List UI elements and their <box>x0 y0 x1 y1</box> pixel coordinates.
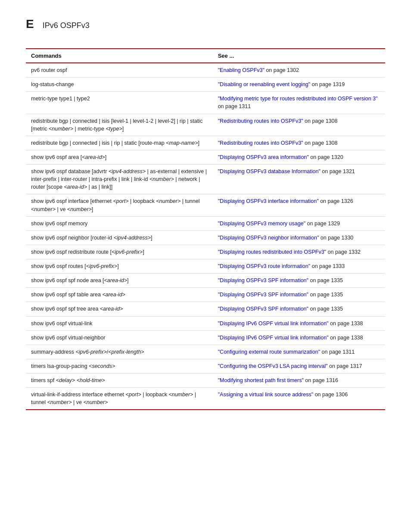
table-row: show ipv6 ospf virtual-neighbor"Displayi… <box>26 330 385 345</box>
see-cell[interactable]: "Displaying IPv6 OSPF virtual link infor… <box>213 330 385 345</box>
command-cell: show ipv6 ospf memory <box>26 216 213 230</box>
see-link[interactable]: "Displaying OSPFv3 memory usage" <box>218 221 305 227</box>
command-cell: show ipv6 ospf spf node area [<area-id>] <box>26 274 213 288</box>
table-row: summary-address <ipv6-prefix>/<prefix-le… <box>26 345 385 359</box>
table-row: show ipv6 ospf spf tree area <area-id>"D… <box>26 302 385 316</box>
see-link[interactable]: "Enabling OSPFv3" <box>218 67 265 73</box>
see-cell[interactable]: "Displaying OSPFv3 SPF information" on p… <box>213 274 385 288</box>
table-row: log-status-change"Disabling or reenablin… <box>26 78 385 92</box>
table-row: pv6 router ospf"Enabling OSPFv3" on page… <box>26 63 385 78</box>
see-link[interactable]: "Displaying OSPFv3 route information" <box>218 263 311 269</box>
command-cell: timers lsa-group-pacing <seconds> <box>26 359 213 373</box>
see-cell[interactable]: "Displaying OSPFv3 database Information"… <box>213 165 385 194</box>
see-link[interactable]: "Displaying OSPFv3 neighbor information" <box>218 235 319 241</box>
see-cell[interactable]: "Displaying OSPFv3 neighbor information"… <box>213 230 385 245</box>
table-row: virtual-link-if-address interface ethern… <box>26 388 385 410</box>
see-cell[interactable]: "Configuring external route summarizatio… <box>213 345 385 359</box>
see-link[interactable]: "Displaying IPv6 OSPF virtual link infor… <box>218 320 329 327</box>
see-link[interactable]: "Redistributing routes into OSPFv3" <box>218 118 303 124</box>
table-row: show ipv6 ospf database [advrtr <ipv4-ad… <box>26 165 385 194</box>
page-letter: E <box>26 17 34 31</box>
table-row: show ipv6 ospf redistribute route [<ipv6… <box>26 245 385 259</box>
see-cell[interactable]: "Displaying OSPFv3 SPF information" on p… <box>213 302 385 316</box>
command-cell: show ipv6 ospf neighbor [router-id <ipv4… <box>26 230 213 245</box>
col-see: See ... <box>213 49 385 63</box>
see-cell[interactable]: "Redistributing routes into OSPFv3" on p… <box>213 114 385 136</box>
see-link[interactable]: "Displaying routes redistributed into OS… <box>218 249 326 255</box>
see-link[interactable]: "Displaying OSPFv3 interface information… <box>218 198 319 204</box>
command-cell: show ipv6 ospf spf tree area <area-id> <box>26 302 213 316</box>
see-cell[interactable]: "Configuring the OSPFv3 LSA pacing inter… <box>213 359 385 373</box>
see-cell[interactable]: "Assigning a virtual link source address… <box>213 388 385 410</box>
see-cell[interactable]: "Displaying routes redistributed into OS… <box>213 245 385 259</box>
command-cell: redistribute bgp | connected | isis | ri… <box>26 136 213 150</box>
command-cell: show ipv6 ospf virtual-link <box>26 316 213 330</box>
col-commands: Commands <box>26 49 213 63</box>
table-row: metric-type type1 | type2"Modifying metr… <box>26 92 385 114</box>
see-link[interactable]: "Displaying OSPFv3 SPF information" <box>218 277 308 283</box>
command-cell: show ipv6 ospf interface [ethernet <port… <box>26 194 213 216</box>
see-link[interactable]: "Assigning a virtual link source address… <box>218 392 313 398</box>
see-link[interactable]: "Configuring external route summarizatio… <box>218 349 320 355</box>
table-row: timers spf <delay> <hold-time>"Modifying… <box>26 373 385 388</box>
command-cell: show ipv6 ospf spf table area <area-id> <box>26 288 213 302</box>
commands-table: Commands See ... pv6 router ospf"Enablin… <box>26 48 385 410</box>
see-cell[interactable]: "Displaying OSPFv3 SPF information" on p… <box>213 288 385 302</box>
table-row: show ipv6 ospf memory"Displaying OSPFv3 … <box>26 216 385 230</box>
page-header: E IPv6 OSPFv3 <box>26 17 385 31</box>
command-cell: virtual-link-if-address interface ethern… <box>26 388 213 410</box>
table-row: show ipv6 ospf area [<area-id>]"Displayi… <box>26 150 385 164</box>
command-cell: timers spf <delay> <hold-time> <box>26 373 213 388</box>
see-link[interactable]: "Disabling or reenabling event logging" <box>218 81 311 87</box>
table-row: show ipv6 ospf interface [ethernet <port… <box>26 194 385 216</box>
command-cell: show ipv6 ospf redistribute route [<ipv6… <box>26 245 213 259</box>
command-cell: show ipv6 ospf virtual-neighbor <box>26 330 213 345</box>
table-row: show ipv6 ospf virtual-link"Displaying I… <box>26 316 385 330</box>
command-cell: show ipv6 ospf database [advrtr <ipv4-ad… <box>26 165 213 194</box>
see-cell[interactable]: "Modifying metric type for routes redist… <box>213 92 385 114</box>
command-cell: pv6 router ospf <box>26 63 213 78</box>
table-row: show ipv6 ospf routes [<ipv6-prefix>]"Di… <box>26 259 385 274</box>
table-row: show ipv6 ospf spf node area [<area-id>]… <box>26 274 385 288</box>
see-link[interactable]: "Displaying OSPFv3 database Information" <box>218 168 321 174</box>
table-row: redistribute bgp | connected | isis | ri… <box>26 136 385 150</box>
command-cell: log-status-change <box>26 78 213 92</box>
command-cell: show ipv6 ospf routes [<ipv6-prefix>] <box>26 259 213 274</box>
see-link[interactable]: "Redistributing routes into OSPFv3" <box>218 140 303 146</box>
see-cell[interactable]: "Displaying OSPFv3 interface information… <box>213 194 385 216</box>
see-cell[interactable]: "Redistributing routes into OSPFv3" on p… <box>213 136 385 150</box>
see-link[interactable]: "Modifying metric type for routes redist… <box>218 96 378 102</box>
table-row: redistribute bgp | connected | isis [lev… <box>26 114 385 136</box>
table-row: show ipv6 ospf spf table area <area-id>"… <box>26 288 385 302</box>
see-link[interactable]: "Displaying OSPFv3 area information" <box>218 154 309 160</box>
see-link[interactable]: "Modifying shortest path first timers" <box>218 377 304 383</box>
see-cell[interactable]: "Modifying shortest path first timers" o… <box>213 373 385 388</box>
see-link[interactable]: "Displaying OSPFv3 SPF information" <box>218 306 308 312</box>
table-row: show ipv6 ospf neighbor [router-id <ipv4… <box>26 230 385 245</box>
see-cell[interactable]: "Displaying OSPFv3 area information" on … <box>213 150 385 164</box>
table-row: timers lsa-group-pacing <seconds>"Config… <box>26 359 385 373</box>
see-cell[interactable]: "Enabling OSPFv3" on page 1302 <box>213 63 385 78</box>
see-cell[interactable]: "Displaying OSPFv3 memory usage" on page… <box>213 216 385 230</box>
see-cell[interactable]: "Displaying OSPFv3 route information" on… <box>213 259 385 274</box>
see-cell[interactable]: "Displaying IPv6 OSPF virtual link infor… <box>213 316 385 330</box>
command-cell: summary-address <ipv6-prefix>/<prefix-le… <box>26 345 213 359</box>
see-cell[interactable]: "Disabling or reenabling event logging" … <box>213 78 385 92</box>
command-cell: metric-type type1 | type2 <box>26 92 213 114</box>
page-title: IPv6 OSPFv3 <box>43 21 90 30</box>
command-cell: show ipv6 ospf area [<area-id>] <box>26 150 213 164</box>
command-cell: redistribute bgp | connected | isis [lev… <box>26 114 213 136</box>
see-link[interactable]: "Displaying OSPFv3 SPF information" <box>218 292 308 298</box>
table-header-row: Commands See ... <box>26 49 385 63</box>
see-link[interactable]: "Displaying IPv6 OSPF virtual link infor… <box>218 335 329 341</box>
see-link[interactable]: "Configuring the OSPFv3 LSA pacing inter… <box>218 363 328 369</box>
